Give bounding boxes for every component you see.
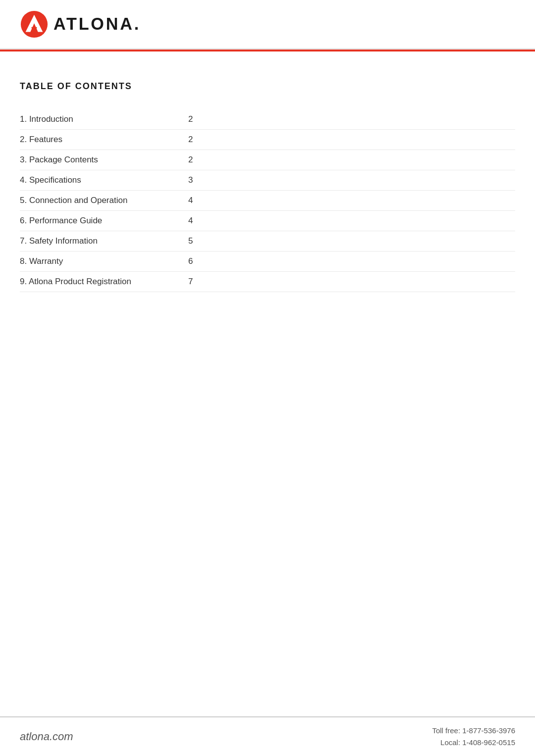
toc-title: TABLE OF CONTENTS [20, 81, 515, 92]
page-footer: atlona.com Toll free: 1-877-536-3976 Loc… [0, 716, 535, 756]
toc-item-label-4: 4. Specifications [20, 175, 188, 185]
toc-item-page-3: 2 [188, 155, 193, 165]
main-content: TABLE OF CONTENTS 1. Introduction22. Fea… [0, 51, 535, 312]
footer-local: Local: 1-408-962-0515 [432, 737, 515, 749]
toc-item-page-2: 2 [188, 135, 193, 145]
svg-marker-2 [31, 27, 37, 30]
atlona-logo-icon [20, 10, 49, 39]
atlona-wordmark: ATLONA. [54, 15, 148, 34]
logo: ATLONA. [20, 10, 148, 39]
toc-item-label-1: 1. Introduction [20, 114, 188, 124]
toc-item-label-3: 3. Package Contents [20, 155, 188, 165]
toc-item: 2. Features2 [20, 130, 515, 150]
toc-item: 5. Connection and Operation4 [20, 191, 515, 211]
toc-item: 3. Package Contents2 [20, 150, 515, 170]
footer-contact: Toll free: 1-877-536-3976 Local: 1-408-9… [432, 725, 515, 749]
toc-item-label-7: 7. Safety Information [20, 236, 188, 246]
toc-item-page-1: 2 [188, 114, 193, 124]
toc-list: 1. Introduction22. Features23. Package C… [20, 109, 515, 292]
footer-website: atlona.com [20, 730, 73, 743]
toc-item: 6. Performance Guide4 [20, 211, 515, 231]
toc-item-page-7: 5 [188, 236, 193, 246]
toc-item: 8. Warranty6 [20, 252, 515, 272]
toc-item-page-5: 4 [188, 196, 193, 205]
toc-item: 4. Specifications3 [20, 170, 515, 191]
toc-item-page-4: 3 [188, 175, 193, 185]
toc-item-label-9: 9. Atlona Product Registration [20, 277, 188, 287]
toc-item-label-2: 2. Features [20, 135, 188, 145]
page-header: ATLONA. [0, 0, 535, 50]
toc-item-page-6: 4 [188, 216, 193, 226]
toc-item-label-6: 6. Performance Guide [20, 216, 188, 226]
toc-item: 1. Introduction2 [20, 109, 515, 130]
footer-toll-free: Toll free: 1-877-536-3976 [432, 725, 515, 737]
toc-item: 9. Atlona Product Registration7 [20, 272, 515, 292]
toc-item-page-8: 6 [188, 256, 193, 266]
svg-text:ATLONA.: ATLONA. [54, 15, 141, 33]
toc-item-label-5: 5. Connection and Operation [20, 196, 188, 205]
toc-item-page-9: 7 [188, 277, 193, 287]
toc-item: 7. Safety Information5 [20, 231, 515, 252]
toc-item-label-8: 8. Warranty [20, 256, 188, 266]
